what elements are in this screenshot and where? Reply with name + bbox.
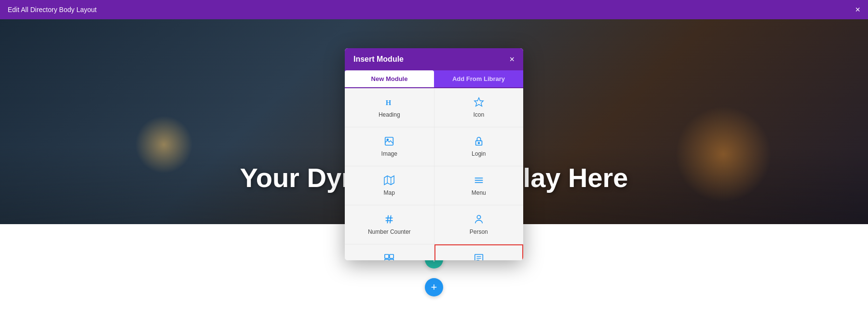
module-item-portfolio[interactable]: Portfolio	[345, 244, 434, 260]
heading-icon: H	[384, 97, 394, 107]
module-label-heading: Heading	[379, 111, 400, 118]
modal-tabs: New Module Add From Library	[345, 70, 523, 88]
svg-rect-20	[390, 259, 393, 260]
modal-title: Insert Module	[353, 55, 404, 64]
module-label-map: Map	[384, 189, 395, 196]
svg-line-14	[388, 215, 389, 224]
background-area: Your Dynam Display Here ↓ + + Insert Mod…	[0, 19, 868, 335]
module-item-person[interactable]: Person	[434, 205, 524, 244]
svg-rect-17	[385, 255, 389, 258]
top-bar: Edit All Directory Body Layout ×	[0, 0, 868, 19]
module-item-menu[interactable]: Menu	[434, 166, 524, 205]
modal-overlay: Insert Module × New Module Add From Libr…	[0, 19, 868, 335]
portfolio-icon	[384, 253, 394, 260]
svg-rect-21	[475, 255, 483, 260]
modal-close-button[interactable]: ×	[509, 55, 515, 64]
image-icon	[384, 136, 394, 147]
module-label-image: Image	[381, 150, 397, 157]
top-bar-close-button[interactable]: ×	[855, 5, 860, 14]
svg-rect-18	[390, 255, 393, 258]
module-label-number-counter: Number Counter	[368, 228, 411, 235]
module-item-map[interactable]: Map	[345, 166, 434, 205]
tab-add-from-library[interactable]: Add From Library	[434, 70, 523, 87]
module-item-login[interactable]: Login	[434, 127, 524, 166]
module-label-person: Person	[470, 228, 488, 235]
post-content-icon	[474, 253, 484, 260]
svg-marker-1	[475, 98, 483, 106]
modal-header: Insert Module ×	[345, 48, 523, 70]
module-grid: H Heading Icon	[345, 88, 523, 260]
svg-rect-19	[385, 259, 389, 260]
svg-point-16	[477, 215, 480, 219]
module-label-menu: Menu	[472, 189, 486, 196]
module-label-icon: Icon	[473, 111, 484, 118]
module-label-login: Login	[472, 150, 486, 157]
module-item-icon[interactable]: Icon	[434, 88, 524, 127]
svg-line-15	[390, 215, 391, 224]
svg-marker-6	[384, 176, 394, 185]
insert-module-modal: Insert Module × New Module Add From Libr…	[345, 48, 523, 260]
module-item-number-counter[interactable]: Number Counter	[345, 205, 434, 244]
svg-point-5	[478, 142, 479, 144]
top-bar-title: Edit All Directory Body Layout	[8, 6, 96, 13]
icon-icon	[474, 97, 484, 107]
module-item-post-content[interactable]: Post Content	[434, 244, 524, 260]
menu-icon	[474, 175, 484, 186]
login-icon	[474, 136, 484, 147]
module-item-image[interactable]: Image	[345, 127, 434, 166]
map-icon	[384, 175, 394, 186]
person-icon	[474, 214, 484, 225]
module-item-heading[interactable]: H Heading	[345, 88, 434, 127]
hash-icon	[384, 214, 394, 225]
svg-text:H: H	[386, 99, 392, 107]
tab-new-module[interactable]: New Module	[345, 70, 434, 87]
